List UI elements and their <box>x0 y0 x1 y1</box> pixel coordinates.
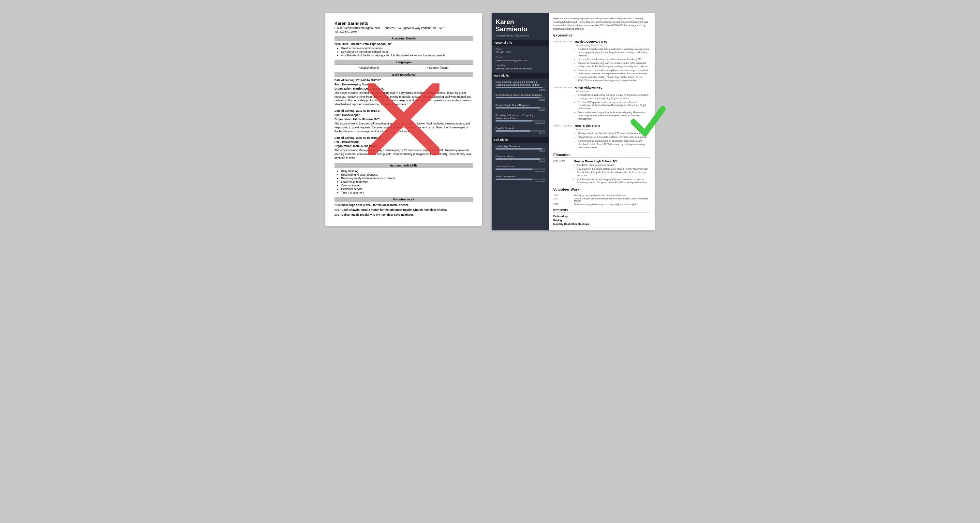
list-item: Time management <box>341 191 473 194</box>
languages-row: • English (fluent) • Spanish (fluent) <box>334 66 473 69</box>
volunteer-entry-3: 2017 Deliver meals regularly to my next … <box>334 213 473 217</box>
skill-name: Communication <box>496 155 545 158</box>
vol-year-1: 2016 <box>553 194 571 197</box>
skill-name: Responding to Guest Requests <box>496 103 545 107</box>
work-header: Work Experience <box>334 72 473 77</box>
exp-dates-1: 2014-08 - 2017-07 <box>553 40 572 83</box>
academic-header: Academic Details <box>334 36 473 41</box>
list-item: Noticed a recurring problem with the hot… <box>578 76 650 82</box>
hard-skill-3: Responding to Guest Requests Expert <box>496 103 545 111</box>
skill-level: Advanced <box>496 122 545 124</box>
list-item: Cleaned rooms, responded promptly to req… <box>578 69 650 75</box>
exp-company-1: Marriott Courtyard NYC <box>575 40 650 43</box>
volunteer-header: Volunteer Work <box>553 188 650 192</box>
vol-desc-1: Walk dogs once a week for the local anim… <box>574 194 650 197</box>
exp-dates-3: 2009-07 - 2010-06 <box>553 124 572 149</box>
hard-skill-1: Daily Cleaning, Vacuuming, Sweeping, Mop… <box>496 81 545 91</box>
skill-level: Expert <box>496 160 545 162</box>
linkedin-value: linkedin.com/in/karen-h-sarmiento <box>496 67 545 70</box>
exp-dates-2: 2010-09 - 2014-07 <box>553 86 572 121</box>
email-label: E-Mail: <box>334 26 343 30</box>
left-email-line: E-Mail: karenhsarmiento@gmail.com Addres… <box>334 26 473 30</box>
phone-info: Phone 212-671-2976 <box>496 48 545 54</box>
soft-skill-3: Customer Service Advanced <box>496 165 545 172</box>
soft-skill-4: Time Management Advanced <box>496 175 545 183</box>
skill-name: Daily Cleaning, Vacuuming, Sweeping, Mop… <box>496 81 545 86</box>
vol-year-2: 2017 <box>553 197 571 202</box>
skill-level: Expert <box>496 150 545 152</box>
skill-name: Reporting Safety Issues, Reporting Maint… <box>496 114 545 119</box>
vol-desc-3: Deliver meals regularly to my next door … <box>574 203 650 205</box>
vol-entry-3: 2017 Deliver meals regularly to my next … <box>553 203 650 205</box>
languages-header: Languages <box>334 60 473 65</box>
interests-header: Interests <box>553 208 650 213</box>
academic-school: 2005-2009 – Greater Bronx High School, N… <box>334 42 473 46</box>
list-item: Key player on the school softball team. … <box>577 167 650 177</box>
edu-dates: 2005 - 2009 <box>553 160 571 185</box>
skill-level: Advanced <box>496 170 545 172</box>
volunteer-entry-2: 2017 Cook chowder once a month for the 5… <box>334 208 473 212</box>
email-label: E-mail <box>496 56 545 59</box>
vol-entry-2: 2017 Cook a chowder once a month for the… <box>553 197 650 202</box>
red-x-icon <box>368 83 439 155</box>
exp-company-2: Hilton Midtown NYC <box>575 86 650 89</box>
education-header: Education <box>553 153 650 158</box>
email-value: karenhsarmiento@gmail.com <box>496 59 545 62</box>
skill-level: Expert <box>496 99 545 101</box>
list-item: Vice President of the Kids Helping Kids … <box>341 54 473 57</box>
phone-value: 212-671-2976 <box>496 51 545 54</box>
address-value: 134 Rightward Way Portland, ME, 04019 <box>396 26 446 30</box>
hard-skill-4: Reporting Safety Issues, Reporting Maint… <box>496 114 545 124</box>
list-item: Leadership, teamwork <box>341 180 473 183</box>
resume-sidebar: Karen Sarmiento Housekeeping Supervisor … <box>492 13 549 231</box>
skill-name: Customer Service <box>496 165 545 168</box>
phone-label: Phone <box>496 48 545 51</box>
list-item: Excelled in home economics classes. <box>577 164 650 167</box>
interests-section: Embroidery Baking Monthly Book Club Meet… <box>553 215 650 226</box>
job-title: Housekeeping Supervisor <box>496 34 545 37</box>
list-item: Key player on the school softball team <box>341 50 473 53</box>
tel-value: 212-671-2976 <box>340 30 357 33</box>
date-label: Date of Joining: 2014-08 to 2017-07 <box>334 78 381 82</box>
exp-role-1: Housekeeping Supervisor <box>575 44 650 47</box>
address-label: Address: <box>384 26 395 30</box>
experience-header: Experience <box>553 33 650 38</box>
skills-header: Hard and Soft Skills <box>334 163 473 168</box>
list-item: Directed 6 housekeeping staff in daily d… <box>578 48 650 57</box>
list-item: Executed all housekeeping duties for a m… <box>578 94 650 100</box>
skill-level: Expert <box>496 109 545 111</box>
list-item: Reporting safety and maintenance problem… <box>341 176 473 180</box>
skill-level: Fluent <box>496 132 545 134</box>
school-name: Greater Bronx High School, NY <box>574 160 650 163</box>
skill-level: Advanced <box>496 180 545 183</box>
interest-2: Baking <box>553 219 650 222</box>
list-item: Responding to guest requests <box>341 173 473 176</box>
list-item: Customer service <box>341 188 473 191</box>
skills-list: Daily cleaning Responding to guest reque… <box>341 169 473 194</box>
list-item: Great in home economics classes <box>341 47 473 50</box>
hard-skills-section: Hard Skills <box>492 73 549 78</box>
volunteer-section: 2016 Walk dogs once a week for the local… <box>553 194 650 205</box>
left-resume: Karen Sarmiento E-Mail: karenhsarmiento@… <box>325 13 482 226</box>
soft-skill-1: Leadership, Teamwork Expert <box>496 145 545 152</box>
hard-skill-2: Deep Cleaning, Carpet Cleaning, Strippin… <box>496 94 545 101</box>
volunteer-entry-1: 2016 Walk dogs once a week for the local… <box>334 203 473 207</box>
soft-skill-2: Communication Expert <box>496 155 545 162</box>
linkedin-info: LinkedIn linkedin.com/in/karen-h-sarmien… <box>496 64 545 70</box>
exp-role-2: Housekeeper <box>575 90 650 92</box>
linkedin-label: LinkedIn <box>496 64 545 67</box>
skill-level: Expert <box>496 89 545 91</box>
email-value: karenhsarmiento@gmail.com <box>344 26 380 30</box>
edu-bullets: Excelled in home economics classes. Key … <box>577 164 650 184</box>
edu-entry-1: 2005 - 2009 Greater Bronx High School, N… <box>553 160 650 185</box>
tel-label: Tel: <box>334 30 339 33</box>
skill-name: Time Management <box>496 175 545 178</box>
volunteer-header: Volunteer work <box>334 197 473 202</box>
interest-3: Monthly Book Club Meetings <box>553 223 650 226</box>
email-info: E-mail karenhsarmiento@gmail.com <box>496 56 545 62</box>
first-name: Karen <box>496 18 545 25</box>
vol-year-3: 2017 <box>553 203 571 205</box>
right-resume: Karen Sarmiento Housekeeping Supervisor … <box>492 13 655 231</box>
list-item: Daily cleaning <box>341 169 473 173</box>
sidebar-name-block: Karen Sarmiento Housekeeping Supervisor <box>496 18 545 37</box>
